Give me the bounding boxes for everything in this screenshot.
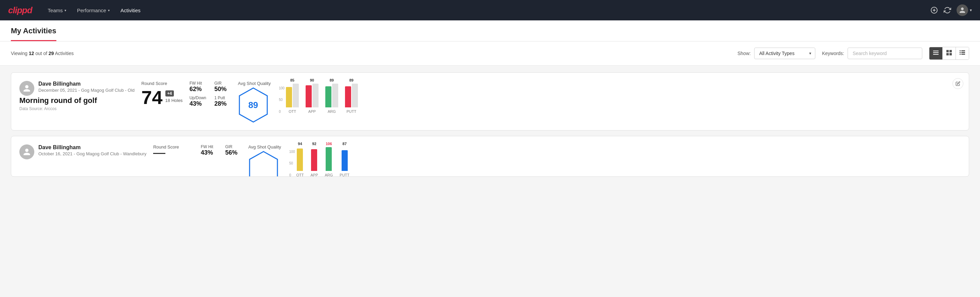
performance-chevron-icon: ▾ (108, 8, 110, 12)
app-bar-bg (312, 84, 318, 107)
up-down-value: 43% (189, 100, 206, 107)
card-body: Dave Billingham December 05, 2021 - Gog … (19, 81, 961, 122)
bar-ott-2: 94 OTT (296, 142, 304, 177)
app-value-2: 92 (312, 142, 316, 146)
user-chevron-icon: ▾ (970, 8, 972, 13)
nav-activities[interactable]: Activities (116, 5, 145, 16)
shot-stats-section-2: FW Hit 43% GIR 56% (201, 144, 242, 156)
putt-value: 89 (349, 78, 353, 82)
shot-stats-section: FW Hit 62% GIR 50% Up/Down 43% 1 Putt 28… (189, 81, 231, 107)
bar-putt: 89 PUTT (345, 78, 358, 113)
list-detail-view-button[interactable] (956, 47, 969, 59)
arg-value-2: 106 (326, 142, 332, 146)
activity-type-select[interactable]: All Activity Types (754, 48, 815, 59)
fw-hit-value-2: 43% (201, 149, 217, 156)
bar-app: 90 APP (305, 78, 318, 113)
ott-bar-main (286, 87, 292, 107)
activity-date-2: October 16, 2021 - Gog Magog Golf Club -… (38, 151, 146, 156)
hex-quality-container: 89 (238, 88, 269, 122)
svg-rect-5 (933, 54, 939, 55)
arg-bars (325, 84, 338, 107)
edit-button[interactable] (953, 78, 963, 89)
svg-rect-3 (933, 51, 939, 51)
score-badge: +4 (165, 90, 174, 96)
show-label: Show: (738, 51, 751, 56)
activity-type-select-wrapper: All Activity Types (754, 48, 815, 59)
card-body-2: Dave Billingham October 16, 2021 - Gog M… (19, 144, 961, 177)
page-title: My Activities (11, 21, 56, 41)
keywords-label: Keywords: (822, 51, 844, 56)
app-logo: clippd (8, 5, 32, 16)
user-avatar (956, 5, 968, 16)
svg-rect-7 (950, 50, 952, 52)
up-down-label: Up/Down (189, 96, 206, 100)
activity-card: Dave Billingham December 05, 2021 - Gog … (11, 72, 969, 131)
app-value: 90 (310, 78, 314, 82)
svg-rect-6 (947, 50, 949, 52)
hex-quality-value: 89 (248, 100, 258, 110)
svg-rect-8 (947, 53, 949, 55)
svg-rect-14 (959, 54, 961, 55)
one-putt-value: 28% (214, 100, 231, 107)
round-score-label-2: Round Score (153, 144, 194, 150)
putt-bar-main (345, 86, 351, 107)
page-header: My Activities (0, 21, 980, 42)
one-putt-label: 1 Putt (214, 96, 231, 100)
putt-value-2: 87 (343, 142, 347, 146)
holes-text: 18 Holes (165, 98, 183, 103)
shot-quality-info: Avg Shot Quality 89 (238, 81, 271, 122)
ott-bar-bg (293, 84, 299, 107)
ott-bars-2 (297, 147, 303, 171)
gir-value-2: 56% (225, 149, 242, 156)
ott-label: OTT (289, 109, 296, 113)
app-bars (305, 84, 318, 107)
show-filter-group: Show: All Activity Types (738, 48, 815, 59)
avg-shot-quality-label-2: Avg Shot Quality (248, 144, 281, 150)
ott-value-2: 94 (298, 142, 302, 146)
arg-bar-bg (332, 84, 338, 107)
ott-label-2: OTT (296, 173, 304, 177)
card-left: Dave Billingham December 05, 2021 - Gog … (19, 81, 134, 111)
nav-performance[interactable]: Performance ▾ (72, 5, 115, 16)
fw-hit-value: 62% (189, 86, 206, 93)
gir-group-2: GIR 56% (225, 144, 242, 156)
putt-label-2: PUTT (340, 173, 349, 177)
arg-value: 89 (330, 78, 334, 82)
activity-card-2: Dave Billingham October 16, 2021 - Gog M… (11, 136, 969, 177)
svg-rect-9 (950, 53, 952, 55)
player-avatar-2 (19, 144, 34, 160)
app-label-2: APP (310, 173, 318, 177)
svg-rect-11 (961, 50, 965, 51)
user-menu[interactable]: ▾ (956, 5, 972, 16)
one-putt-group: 1 Putt 28% (214, 96, 231, 107)
view-toggle (929, 47, 969, 60)
putt-bars (345, 84, 358, 107)
grid-view-button[interactable] (943, 47, 956, 59)
add-button[interactable] (930, 6, 938, 14)
putt-bar-bg (352, 84, 358, 107)
gir-group: GIR 50% (214, 81, 231, 93)
card-left-2: Dave Billingham October 16, 2021 - Gog M… (19, 144, 146, 160)
nav-teams[interactable]: Teams ▾ (43, 5, 71, 16)
svg-rect-12 (959, 52, 961, 53)
svg-rect-13 (961, 52, 965, 53)
card-player-info-2: Dave Billingham October 16, 2021 - Gog M… (38, 144, 146, 160)
round-score-value: 74 (141, 88, 162, 107)
activity-date: December 05, 2021 - Gog Magog Golf Club … (38, 88, 134, 93)
refresh-button[interactable] (943, 6, 951, 14)
bar-putt-2: 87 PUTT (340, 142, 349, 177)
bar-app-2: 92 APP (310, 142, 318, 177)
activity-title: Morning round of golf (19, 96, 134, 105)
nav-actions: ▾ (930, 5, 972, 16)
bar-ott: 85 OTT (286, 78, 299, 113)
shot-quality-chart: 100 50 0 85 OTT (279, 83, 358, 120)
mini-stats: FW Hit 62% GIR 50% Up/Down 43% 1 Putt 28… (189, 81, 231, 107)
viewing-count-text: Viewing 12 out of 29 Activities (11, 51, 731, 56)
search-input[interactable] (848, 48, 922, 59)
app-label: APP (308, 109, 316, 113)
list-compact-view-button[interactable] (929, 47, 943, 59)
svg-rect-10 (959, 50, 961, 51)
player-avatar (19, 81, 34, 96)
shot-quality-chart-2: 100 50 0 94 OTT 92 (289, 147, 349, 177)
y-axis: 100 50 0 (279, 86, 285, 113)
